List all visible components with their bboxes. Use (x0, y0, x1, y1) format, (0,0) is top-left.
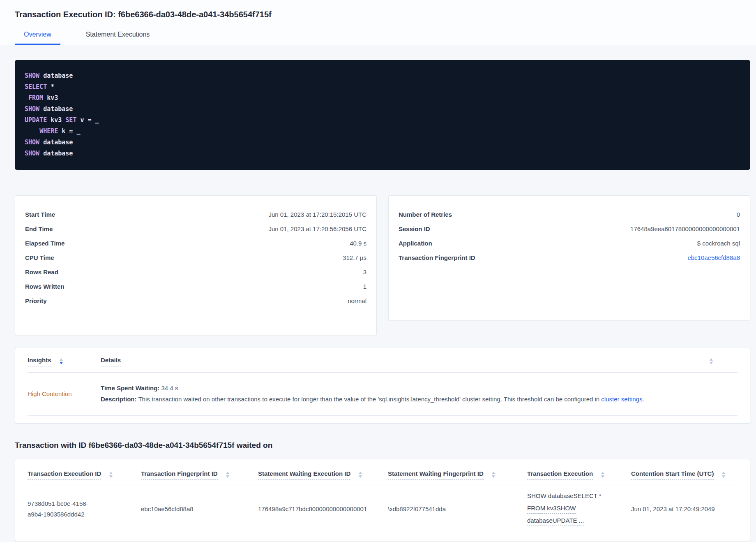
page-title: Transaction Execution ID: f6be6366-da03-… (15, 10, 741, 19)
insights-card: Insights Details High Contention Time Sp… (15, 348, 750, 424)
kv-value: Jun 01, 2023 at 17:20:56:2056 UTC (268, 225, 366, 232)
kv-label: Session ID (399, 225, 430, 232)
sort-icon (601, 472, 604, 478)
kv-label: End Time (25, 225, 53, 232)
cell-transaction-execution-id: 9738d051-bc0e-4158-a9b4-1903586ddd42 (28, 498, 115, 520)
transaction-execution-statement-link[interactable]: SHOW databaseSELECT * FROM kv3SHOW datab… (527, 489, 631, 528)
kv-value: 40.9 s (350, 240, 366, 247)
tab-overview[interactable]: Overview (15, 31, 60, 45)
column-header-label: Insights (28, 357, 51, 366)
cell-contention-start-time: Jun 01, 2023 at 17:20:49:2049 (631, 504, 738, 514)
table-row: 9738d051-bc0e-4158-a9b4-1903586ddd42 ebc… (28, 486, 738, 532)
statement-line: FROM kv3SHOW (527, 504, 576, 514)
page-content: SHOW databaseSELECT * FROM kv3SHOW datab… (0, 60, 756, 541)
kv-value: 312.7 µs (343, 254, 366, 261)
insight-description: Description: This transaction waited on … (101, 394, 738, 405)
time-spent-waiting-value: 34.4 s (161, 384, 178, 391)
cell-statement-waiting-execution-id: 176498a9c717bdc80000000000000001 (258, 504, 388, 514)
column-header-transaction-fingerprint-id[interactable]: Transaction Fingerprint ID (141, 470, 258, 486)
statement-line: SHOW databaseSELECT * (527, 491, 602, 501)
tab-statement-executions[interactable]: Statement Executions (77, 31, 159, 45)
column-header-statement-waiting-fingerprint-id[interactable]: Statement Waiting Fingerprint ID (388, 470, 527, 486)
description-text: This transaction waited on other transac… (138, 396, 601, 403)
kv-row-application: Application $ cockroach sql (399, 236, 740, 250)
column-header-label: Details (101, 357, 121, 366)
kv-value: 1 (363, 283, 366, 290)
sql-statements-code: SHOW databaseSELECT * FROM kv3SHOW datab… (15, 60, 750, 170)
column-header-transaction-execution-id[interactable]: Transaction Execution ID (28, 470, 141, 486)
insight-time-spent-waiting: Time Spent Waiting: 34.4 s (101, 382, 738, 394)
column-header-label: Transaction Execution (527, 470, 593, 480)
column-header-label: Transaction Execution ID (28, 470, 101, 480)
statement-line: databaseUPDATE ... (527, 516, 584, 526)
sort-icon (492, 472, 495, 478)
column-header-label: Statement Waiting Fingerprint ID (388, 470, 484, 480)
kv-label: Rows Written (25, 283, 65, 290)
sort-icon (359, 472, 362, 478)
insight-type-label: High Contention (28, 390, 101, 397)
column-header-transaction-execution[interactable]: Transaction Execution (527, 470, 631, 486)
kv-value: 17648a9eea6017800000000000000001 (630, 225, 740, 232)
sort-icon (722, 472, 725, 478)
kv-label: Application (399, 240, 432, 247)
column-header-statement-waiting-execution-id[interactable]: Statement Waiting Execution ID (258, 470, 388, 486)
sort-icon (710, 358, 713, 364)
kv-row-transaction-fingerprint-id: Transaction Fingerprint ID ebc10ae56cfd8… (399, 250, 740, 265)
kv-row-retries: Number of Retries 0 (399, 207, 740, 222)
kv-row-start-time: Start Time Jun 01, 2023 at 17:20:15:2015… (25, 207, 366, 222)
column-header-details[interactable]: Details (101, 357, 710, 372)
kv-row-rows-read: Rows Read 3 (25, 265, 366, 279)
waited-on-table-header: Transaction Execution ID Transaction Fin… (28, 459, 738, 486)
cell-transaction-fingerprint-id: ebc10ae56cfd88a8 (141, 504, 258, 514)
transaction-fingerprint-link[interactable]: ebc10ae56cfd88a8 (687, 254, 740, 261)
kv-value: Jun 01, 2023 at 17:20:15:2015 UTC (268, 211, 366, 218)
kv-label: Elapsed Time (25, 240, 65, 247)
description-period: . (642, 396, 644, 403)
kv-value: $ cockroach sql (697, 240, 740, 247)
insight-details: Time Spent Waiting: 34.4 s Description: … (101, 382, 738, 405)
kv-label: Transaction Fingerprint ID (399, 254, 475, 261)
kv-label: Start Time (25, 211, 55, 218)
sort-icon (109, 472, 113, 478)
kv-value: 0 (737, 211, 740, 218)
sort-icon (60, 358, 63, 364)
column-header-insights[interactable]: Insights (28, 357, 101, 372)
kv-label: Rows Read (25, 269, 58, 276)
page-header: Transaction Execution ID: f6be6366-da03-… (0, 0, 756, 45)
kv-value: 3 (363, 269, 366, 276)
kv-label: Number of Retries (399, 211, 452, 218)
kv-row-rows-written: Rows Written 1 (25, 279, 366, 294)
time-spent-waiting-label: Time Spent Waiting: (101, 384, 159, 391)
kv-row-cpu-time: CPU Time 312.7 µs (25, 250, 366, 265)
column-header-extra-sort[interactable] (710, 357, 738, 370)
cell-statement-waiting-fingerprint-id: \xdb8922f077541dda (388, 504, 527, 514)
cluster-settings-link[interactable]: cluster settings (601, 396, 642, 403)
waited-on-heading: Transaction with ID f6be6366-da03-48de-a… (15, 441, 750, 450)
column-header-label: Statement Waiting Execution ID (258, 470, 350, 480)
sort-icon (226, 472, 229, 478)
kv-row-session-id: Session ID 17648a9eea6017800000000000000… (399, 222, 740, 236)
insights-table-header: Insights Details (28, 348, 738, 373)
tab-bar: Overview Statement Executions (15, 31, 741, 45)
waited-on-table-card: Transaction Execution ID Transaction Fin… (15, 459, 750, 541)
summary-cards-row: Start Time Jun 01, 2023 at 17:20:15:2015… (15, 195, 750, 335)
column-header-contention-start-time[interactable]: Contention Start Time (UTC) (631, 470, 738, 486)
kv-row-end-time: End Time Jun 01, 2023 at 17:20:56:2056 U… (25, 222, 366, 236)
insights-row: High Contention Time Spent Waiting: 34.4… (28, 373, 738, 416)
kv-label: Priority (25, 297, 47, 304)
column-header-label: Contention Start Time (UTC) (631, 470, 714, 480)
kv-row-elapsed-time: Elapsed Time 40.9 s (25, 236, 366, 250)
execution-details-card: Start Time Jun 01, 2023 at 17:20:15:2015… (15, 195, 377, 335)
description-label: Description: (101, 396, 137, 403)
kv-row-priority: Priority normal (25, 294, 366, 308)
session-details-card: Number of Retries 0 Session ID 17648a9ee… (388, 195, 750, 320)
kv-value: normal (348, 297, 366, 304)
kv-label: CPU Time (25, 254, 54, 261)
column-header-label: Transaction Fingerprint ID (141, 470, 218, 480)
